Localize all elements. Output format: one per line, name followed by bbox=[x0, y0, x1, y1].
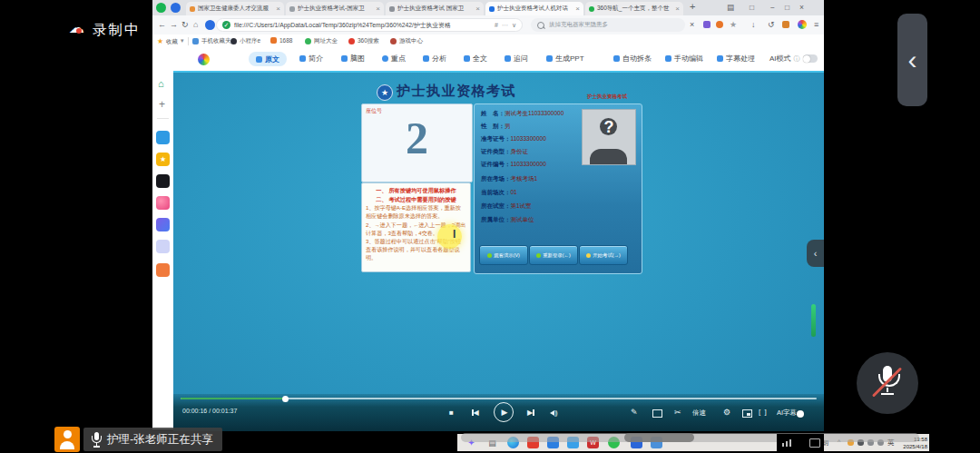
browser-profile-icon[interactable] bbox=[171, 3, 181, 13]
toolbar-item-manual-edit[interactable]: 手动编辑 bbox=[665, 54, 703, 64]
toolbar-item-auto-split[interactable]: 自动拆条 bbox=[613, 54, 652, 64]
meeting-panel-collapse-tab[interactable]: ‹ bbox=[897, 14, 927, 106]
toolbar-item-generate-ppt[interactable]: 生成PPT bbox=[546, 54, 584, 64]
more-icon[interactable]: ⋯ bbox=[502, 22, 508, 29]
window-minimize-button[interactable]: − bbox=[770, 3, 775, 12]
extensions-pin-icon[interactable]: ★ bbox=[730, 20, 737, 29]
window-maximize-button[interactable]: □ bbox=[785, 3, 789, 12]
play-button[interactable]: ▶ bbox=[494, 402, 514, 422]
sidebar-home-icon[interactable]: ⌂ bbox=[158, 78, 164, 89]
browser-side-panel: ⌂ + ★ bbox=[152, 71, 174, 429]
toolbar-item-original-active[interactable]: 原文 bbox=[249, 52, 287, 66]
playback-speed-button[interactable]: 倍速 bbox=[692, 409, 706, 418]
hash-icon[interactable]: # bbox=[495, 22, 498, 28]
info-row-unit: 所属单位：测试单位 bbox=[481, 216, 583, 228]
screenshot-crop-icon[interactable] bbox=[652, 409, 662, 418]
page-scrollbar-thumb[interactable] bbox=[811, 304, 816, 337]
next-button[interactable]: ▶ bbox=[527, 408, 534, 417]
start-exam-button[interactable]: 开始考试(→) bbox=[579, 245, 628, 265]
subtitle-icon bbox=[717, 55, 723, 62]
toolbar-item-followup[interactable]: 追问 bbox=[505, 54, 528, 64]
toolbar-item-analysis[interactable]: 分析 bbox=[423, 54, 446, 64]
toolbar-label: 全文 bbox=[473, 54, 487, 64]
stop-button[interactable]: ■ bbox=[449, 409, 454, 417]
toolbar-item-intro[interactable]: 简介 bbox=[299, 54, 323, 64]
exam-demo-video[interactable]: ★ 护士执业资格考试 护士执业资格考试 座位号 2 一、 所有按键均可使用鼠标操… bbox=[173, 71, 824, 429]
settings-gear-icon[interactable]: ⚙ bbox=[723, 408, 730, 417]
forward-button[interactable]: → bbox=[170, 20, 178, 29]
previous-button[interactable]: ◀ bbox=[472, 408, 479, 417]
extension-icon-orange[interactable] bbox=[716, 21, 723, 28]
tab-list-icon[interactable]: ▤ bbox=[727, 3, 734, 12]
bookmark-1688[interactable]: 1688 bbox=[270, 37, 292, 44]
clock-date: 2025/4/18 bbox=[897, 443, 927, 450]
tab-close-icon[interactable]: × bbox=[675, 5, 680, 13]
sidebar-app-icon-lavender[interactable] bbox=[156, 240, 170, 253]
target-icon bbox=[382, 55, 388, 62]
briefcase-icon[interactable] bbox=[782, 21, 789, 28]
sidebar-app-icon-purple[interactable] bbox=[156, 218, 170, 231]
search-input[interactable]: 拔掉充电器家里隐患多 bbox=[531, 18, 685, 32]
theme-icon[interactable] bbox=[798, 20, 807, 29]
favorites-label[interactable]: 收藏 bbox=[166, 38, 178, 46]
progress-track[interactable] bbox=[181, 398, 817, 399]
tab-nurse-exam-dialog-active[interactable]: 护士执业资格考试人机对话 × bbox=[485, 2, 583, 15]
mute-microphone-button[interactable] bbox=[857, 352, 918, 414]
extension-icon-purple[interactable] bbox=[703, 21, 710, 28]
ai-mode-control[interactable]: AI模式 ⓘ bbox=[769, 54, 818, 64]
browser-app-icon[interactable] bbox=[205, 20, 215, 30]
collapse-panel-tab[interactable]: ‹ bbox=[807, 240, 824, 267]
new-tab-button[interactable]: + bbox=[690, 1, 695, 12]
dropdown-icon[interactable]: ∨ bbox=[512, 22, 516, 29]
bookmark-360-search[interactable]: 360搜索 bbox=[348, 37, 379, 45]
marker-icon[interactable]: ✎ bbox=[631, 408, 638, 417]
relogin-button[interactable]: 重新登录(←) bbox=[529, 245, 578, 265]
cut-extension-icon[interactable]: × bbox=[690, 20, 694, 29]
sidebar-app-icon-game[interactable] bbox=[156, 263, 170, 277]
tab-close-icon[interactable]: × bbox=[575, 5, 580, 13]
bookmarks-bar: ★ 收藏 ▾ 手机收藏夹 小程序e 1688 网址大全 360搜索 bbox=[152, 34, 824, 49]
tab-health-committee[interactable]: 国家卫生健康委人才交流服 × bbox=[186, 2, 284, 15]
sidebar-app-icon-dark[interactable] bbox=[156, 174, 170, 188]
ai-mode-toggle[interactable] bbox=[803, 54, 818, 63]
toolbar-item-mindmap[interactable]: 脑图 bbox=[341, 54, 365, 64]
toolbar-item-keypoints[interactable]: 重点 bbox=[382, 54, 406, 64]
bookmark-phone-favorites[interactable]: 手机收藏夹 bbox=[192, 37, 231, 45]
sidebar-add-icon[interactable]: + bbox=[159, 98, 165, 111]
sidebar-app-icon-pink[interactable] bbox=[156, 196, 170, 210]
tab-close-icon[interactable]: × bbox=[376, 5, 380, 13]
favorites-star-icon[interactable]: ★ bbox=[157, 37, 163, 45]
bookmark-game-center[interactable]: 游戏中心 bbox=[390, 37, 423, 45]
sidebar-app-icon-star[interactable]: ★ bbox=[156, 153, 170, 166]
fullscreen-icon[interactable]: [ ] bbox=[759, 408, 768, 416]
bookmark-site-directory[interactable]: 网址大全 bbox=[305, 37, 338, 45]
picture-in-picture-icon[interactable] bbox=[742, 409, 752, 418]
toolbar-item-subtitle-process[interactable]: 字幕处理 bbox=[717, 54, 755, 64]
sidebar-app-icon-blue[interactable] bbox=[156, 131, 170, 144]
favorites-caret-icon[interactable]: ▾ bbox=[181, 37, 184, 44]
back-button[interactable]: ← bbox=[158, 20, 166, 29]
browser-360-logo-icon[interactable] bbox=[156, 3, 166, 13]
clip-scissors-icon[interactable]: ✂ bbox=[674, 408, 681, 417]
toolbar-item-fulltext[interactable]: 全文 bbox=[464, 54, 487, 64]
tab-close-icon[interactable]: × bbox=[276, 5, 280, 13]
watch-demo-button[interactable]: 观看演示(V) bbox=[479, 245, 528, 265]
ai-assistant-logo-icon[interactable] bbox=[198, 54, 210, 65]
info-row-session: 当前场次：01 bbox=[481, 189, 583, 201]
history-icon[interactable]: ↺ bbox=[768, 20, 775, 29]
progress-handle[interactable] bbox=[282, 396, 289, 402]
tab-360-nav[interactable]: 360导航_一个主页，整个世 × bbox=[585, 2, 683, 15]
reload-button[interactable]: ↻ bbox=[181, 20, 189, 29]
volume-icon[interactable]: )) bbox=[550, 408, 557, 417]
url-field[interactable]: ✓ file:///C:/Users/1/AppData/Local/Temp/… bbox=[216, 18, 523, 32]
workspace-icon[interactable]: □ bbox=[750, 3, 754, 12]
bookmark-mini-program[interactable]: 小程序e bbox=[230, 37, 260, 45]
home-button[interactable]: ⌂ bbox=[193, 20, 198, 29]
tab-nurse-exam-2[interactable]: 护士执业资格考试 国家卫 × bbox=[386, 2, 484, 15]
menu-icon[interactable]: ≡ bbox=[814, 20, 818, 29]
downloads-icon[interactable]: ↓ bbox=[751, 20, 756, 29]
window-close-button[interactable]: × bbox=[799, 3, 804, 12]
tab-close-icon[interactable]: × bbox=[475, 5, 480, 13]
tab-nurse-exam-1[interactable]: 护士执业资格考试-国家卫 × bbox=[286, 2, 384, 15]
presenter-avatar[interactable] bbox=[54, 427, 80, 452]
